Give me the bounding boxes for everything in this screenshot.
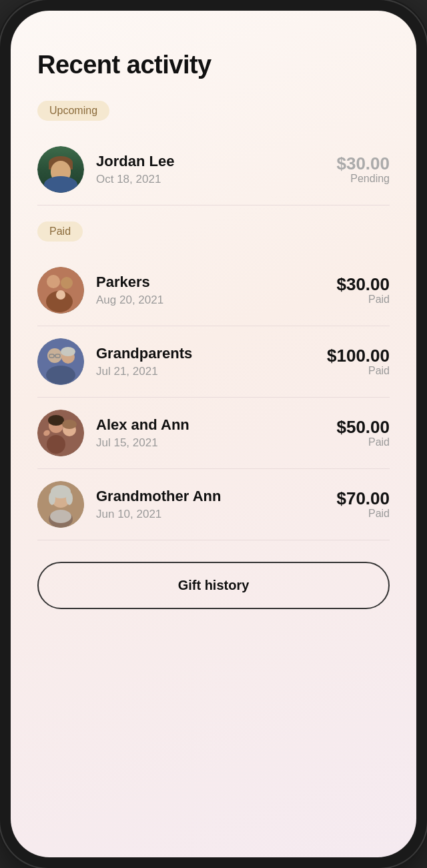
item-amount: $30.00 xyxy=(336,275,390,294)
svg-point-26 xyxy=(50,510,71,523)
svg-point-15 xyxy=(48,415,64,426)
item-amount-block-parkers: $30.00 Paid xyxy=(336,275,390,306)
avatar-grandmotherann xyxy=(37,481,84,528)
item-date: Jul 15, 2021 xyxy=(96,436,324,450)
phone-frame: Recent activity Upcoming Jordan Lee xyxy=(0,0,427,868)
item-info-jordan: Jordan Lee Oct 18, 2021 xyxy=(96,153,324,186)
item-info-grandparents: Grandparents Jul 21, 2021 xyxy=(96,345,315,378)
paid-badge: Paid xyxy=(37,222,83,242)
list-item[interactable]: Jordan Lee Oct 18, 2021 $30.00 Pending xyxy=(37,134,390,205)
item-name: Grandparents xyxy=(96,345,315,362)
item-info-alexann: Alex and Ann Jul 15, 2021 xyxy=(96,416,324,450)
item-date: Oct 18, 2021 xyxy=(96,173,324,186)
svg-point-16 xyxy=(47,435,65,454)
avatar-grandparents xyxy=(37,338,84,385)
page-title: Recent activity xyxy=(37,51,390,79)
section-upcoming: Upcoming Jordan Lee Oct 18, 2021 xyxy=(37,101,390,205)
item-amount: $70.00 xyxy=(336,489,390,508)
item-name: Parkers xyxy=(96,274,324,291)
svg-point-12 xyxy=(46,366,75,384)
item-name: Alex and Ann xyxy=(96,416,324,434)
avatar-alexann xyxy=(37,410,84,456)
svg-point-4 xyxy=(56,290,65,300)
item-date: Jun 10, 2021 xyxy=(96,508,324,521)
svg-point-23 xyxy=(49,492,55,505)
svg-point-11 xyxy=(61,347,75,356)
item-info-grandmotherann: Grandmother Ann Jun 10, 2021 xyxy=(96,488,324,521)
list-item[interactable]: Parkers Aug 20, 2021 $30.00 Paid xyxy=(37,255,390,326)
section-paid: Paid xyxy=(37,222,390,540)
avatar-jordan xyxy=(37,146,84,193)
item-name: Grandmother Ann xyxy=(96,488,324,505)
list-item[interactable]: Grandparents Jul 21, 2021 $100.00 Paid xyxy=(37,326,390,397)
item-amount: $30.00 xyxy=(336,154,390,173)
divider xyxy=(37,540,390,540)
item-date: Jul 21, 2021 xyxy=(96,365,315,378)
item-status: Paid xyxy=(336,436,390,448)
gift-history-button[interactable]: Gift history xyxy=(37,562,390,609)
svg-point-2 xyxy=(61,277,73,289)
item-status: Pending xyxy=(336,173,390,185)
svg-point-18 xyxy=(62,420,77,429)
screen-content: Recent activity Upcoming Jordan Lee xyxy=(11,11,416,857)
item-status: Paid xyxy=(336,508,390,520)
section-gap xyxy=(37,205,390,222)
item-status: Paid xyxy=(327,365,390,377)
svg-point-24 xyxy=(66,492,73,505)
phone-screen: Recent activity Upcoming Jordan Lee xyxy=(11,11,416,857)
item-amount-block-grandparents: $100.00 Paid xyxy=(327,346,390,378)
svg-point-1 xyxy=(47,275,60,288)
item-date: Aug 20, 2021 xyxy=(96,294,324,307)
item-amount-block-alexann: $50.00 Paid xyxy=(336,418,390,449)
item-name: Jordan Lee xyxy=(96,153,324,170)
avatar-parkers xyxy=(37,267,84,314)
item-amount: $50.00 xyxy=(336,418,390,437)
list-item[interactable]: Alex and Ann Jul 15, 2021 $50.00 Paid xyxy=(37,398,390,468)
item-info-parkers: Parkers Aug 20, 2021 xyxy=(96,274,324,307)
item-status: Paid xyxy=(336,294,390,306)
item-amount: $100.00 xyxy=(327,346,390,366)
list-item[interactable]: Grandmother Ann Jun 10, 2021 $70.00 Paid xyxy=(37,469,390,540)
item-amount-block-jordan: $30.00 Pending xyxy=(336,154,390,185)
upcoming-badge: Upcoming xyxy=(37,101,109,121)
item-amount-block-grandmotherann: $70.00 Paid xyxy=(336,489,390,520)
